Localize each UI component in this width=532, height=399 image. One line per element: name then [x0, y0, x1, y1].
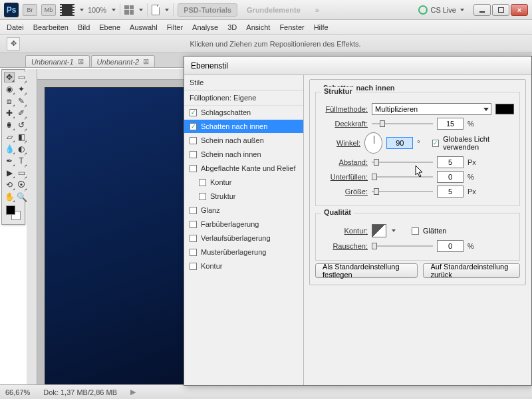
shape-tool[interactable]: ▭ [16, 168, 27, 178]
clone-stamp-tool[interactable]: ⧯ [4, 120, 15, 130]
size-slider[interactable] [372, 187, 433, 196]
move-tool[interactable]: ✥ [4, 72, 15, 82]
magic-wand-tool[interactable]: ✦ [16, 84, 27, 94]
style-item[interactable]: Schein nach außen [184, 134, 303, 148]
style-checkbox[interactable] [190, 263, 197, 270]
menu-item[interactable]: Filter [167, 23, 183, 31]
menu-item[interactable]: Auswahl [130, 23, 158, 31]
styles-header[interactable]: Stile [184, 75, 303, 90]
filmstrip-icon[interactable] [60, 4, 74, 16]
chevron-down-icon[interactable] [392, 229, 396, 232]
distance-input[interactable] [437, 156, 464, 168]
style-item[interactable]: ✓Schlagschatten [184, 106, 303, 120]
menu-item[interactable]: Datei [7, 23, 24, 31]
menu-item[interactable]: Hilfe [314, 23, 329, 31]
blend-mode-select[interactable]: Multiplizieren [372, 103, 491, 115]
style-item[interactable]: Abgeflachte Kante und Relief [184, 162, 303, 176]
size-input[interactable] [437, 186, 464, 198]
menu-item[interactable]: Fenster [279, 23, 304, 31]
style-checkbox[interactable] [190, 249, 197, 256]
hand-tool[interactable]: ✋ [4, 192, 15, 202]
minimize-button[interactable] [473, 4, 491, 16]
screen-mode-icon[interactable] [152, 5, 160, 15]
zoom-tool[interactable]: 🔍 [16, 192, 27, 202]
close-button[interactable]: × [511, 4, 528, 16]
workspace-button[interactable]: Grundelemente [241, 4, 306, 16]
menu-item[interactable]: Bild [78, 23, 90, 31]
style-checkbox[interactable] [190, 137, 197, 144]
choke-input[interactable] [437, 171, 464, 183]
style-item[interactable]: Struktur [184, 190, 303, 203]
noise-slider[interactable] [372, 241, 433, 251]
document-tab[interactable]: Unbenannt-2⊠ [91, 55, 156, 67]
style-item[interactable]: Schein nach innen [184, 148, 303, 162]
cs-live[interactable]: CS Live [418, 5, 464, 15]
style-checkbox[interactable] [190, 221, 197, 228]
menu-item[interactable]: 3D [227, 23, 237, 31]
style-checkbox[interactable] [199, 179, 206, 186]
opacity-slider[interactable] [372, 119, 433, 128]
status-doc-size[interactable]: Dok: 1,37 MB/2,86 MB [43, 388, 117, 396]
document-tab[interactable]: Unbenannt-1⊠ [25, 55, 90, 67]
style-item[interactable]: Kontur [184, 176, 303, 190]
distance-slider[interactable] [372, 158, 433, 167]
style-item[interactable]: Verlaufsüberlagerung [184, 231, 303, 245]
marquee-tool[interactable]: ▭ [16, 72, 27, 82]
arrange-grid-icon[interactable] [124, 5, 134, 15]
angle-input[interactable] [386, 137, 413, 149]
style-checkbox[interactable]: ✓ [190, 123, 197, 130]
path-selection-tool[interactable]: ▶ [4, 168, 15, 178]
color-swatches[interactable] [3, 203, 27, 223]
eyedropper-tool[interactable]: ✎ [16, 96, 27, 106]
eraser-tool[interactable]: ▱ [4, 132, 15, 142]
lasso-tool[interactable]: ◉ [4, 84, 15, 94]
workspace-button[interactable]: PSD-Tutorials [178, 3, 237, 17]
angle-dial[interactable] [364, 132, 382, 154]
style-checkbox[interactable]: ✓ [190, 109, 197, 116]
more-icon[interactable]: » [310, 4, 325, 16]
blend-options-row[interactable]: Fülloptionen: Eigene [184, 90, 303, 106]
noise-input[interactable] [437, 240, 464, 252]
contour-picker[interactable] [372, 224, 386, 237]
style-item[interactable]: Musterüberlagerung [184, 245, 303, 259]
style-checkbox[interactable] [190, 207, 197, 214]
status-zoom[interactable]: 66,67% [5, 388, 30, 396]
antialias-checkbox[interactable] [412, 227, 419, 235]
style-checkbox[interactable] [190, 235, 197, 242]
global-light-checkbox[interactable]: ✓ [432, 140, 439, 147]
brush-tool[interactable]: ✐ [16, 108, 27, 118]
canvas[interactable] [45, 88, 192, 384]
history-brush-tool[interactable]: ↺ [16, 120, 27, 130]
3d-tool[interactable]: ⟲ [4, 180, 15, 190]
tab-close-icon[interactable]: ⊠ [78, 57, 84, 66]
tab-close-icon[interactable]: ⊠ [143, 57, 149, 66]
style-item[interactable]: Farbüberlagerung [184, 217, 303, 231]
menu-item[interactable]: Bearbeiten [33, 23, 68, 31]
blur-tool[interactable]: 💧 [4, 144, 15, 154]
make-default-button[interactable]: Als Standardeinstellung festlegen [315, 263, 418, 278]
menu-item[interactable]: Analyse [192, 23, 218, 31]
style-checkbox[interactable] [199, 193, 206, 200]
chevron-down-icon[interactable] [112, 9, 116, 11]
move-tool-icon[interactable]: ✥ [7, 37, 20, 51]
foreground-color[interactable] [6, 205, 15, 215]
crop-tool[interactable]: ⧈ [4, 96, 15, 106]
healing-brush-tool[interactable]: ✚ [4, 108, 15, 118]
maximize-button[interactable] [492, 4, 509, 16]
reset-default-button[interactable]: Auf Standardeinstellung zurück [423, 263, 520, 278]
bridge-badge[interactable]: Br [23, 4, 37, 16]
dodge-tool[interactable]: ◐ [16, 144, 27, 154]
style-item[interactable]: ✓Schatten nach innen [184, 120, 303, 134]
gradient-tool[interactable]: ◧ [16, 132, 27, 142]
menu-item[interactable]: Ebene [99, 23, 120, 31]
3d-camera-tool[interactable]: ⦿ [16, 180, 27, 190]
opacity-input[interactable] [437, 118, 464, 130]
menu-item[interactable]: Ansicht [246, 23, 270, 31]
chevron-down-icon[interactable] [139, 9, 143, 11]
style-item[interactable]: Glanz [184, 203, 303, 217]
type-tool[interactable]: T [16, 156, 27, 166]
choke-slider[interactable] [372, 172, 433, 182]
minibridge-badge[interactable]: Mb [41, 4, 56, 16]
chevron-down-icon[interactable] [165, 9, 169, 11]
shadow-color-swatch[interactable] [495, 104, 514, 114]
